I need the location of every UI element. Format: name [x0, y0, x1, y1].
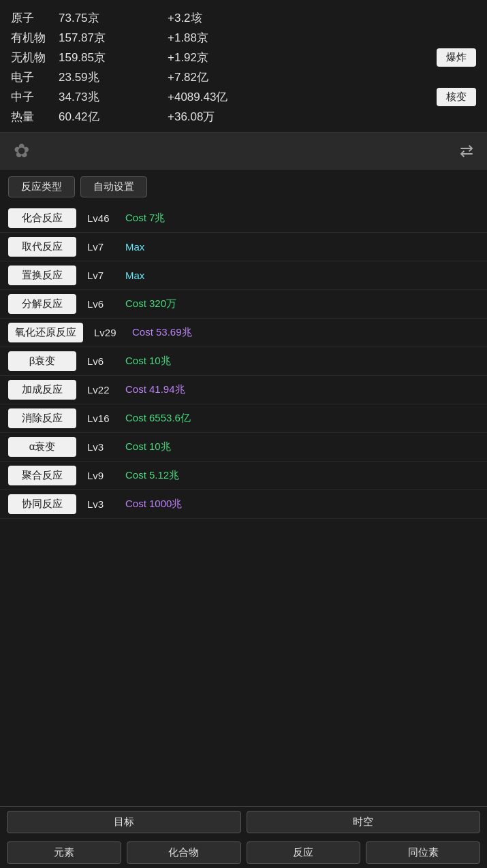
- bottom-row-1: 目标时空: [0, 807, 487, 837]
- reaction-row-8: α衰变Lv3Cost 10兆: [0, 433, 487, 462]
- reaction-level-5: Lv6: [87, 355, 114, 367]
- stats-value-1: 157.87京: [59, 30, 168, 46]
- reaction-cost-4: Cost 53.69兆: [132, 326, 192, 339]
- reaction-name-btn-8[interactable]: α衰变: [8, 437, 76, 457]
- reaction-row-6: 加成反应Lv22Cost 41.94兆: [0, 376, 487, 404]
- reaction-name-btn-3[interactable]: 分解反应: [8, 294, 76, 314]
- reaction-level-3: Lv6: [87, 298, 114, 310]
- bottom-nav: 目标时空 元素化合物反应同位素: [0, 806, 487, 868]
- icon-bar: ✿ ⇄: [0, 132, 487, 170]
- stats-row-3: 电子23.59兆+7.82亿: [11, 67, 476, 87]
- stats-delta-5: +36.08万: [168, 109, 277, 125]
- reaction-name-btn-7[interactable]: 消除反应: [8, 408, 76, 428]
- reaction-cost-9: Cost 5.12兆: [125, 469, 179, 482]
- stats-row-5: 热量60.42亿+36.08万: [11, 107, 476, 127]
- stats-value-4: 34.73兆: [59, 89, 168, 105]
- reaction-level-10: Lv3: [87, 498, 114, 510]
- reaction-cost-8: Cost 10兆: [125, 440, 171, 453]
- stats-delta-0: +3.2垓: [168, 10, 277, 26]
- reaction-cost-0: Cost 7兆: [125, 212, 165, 225]
- reaction-row-2: 置换反应Lv7Max: [0, 261, 487, 290]
- stats-value-5: 60.42亿: [59, 109, 168, 125]
- reaction-level-7: Lv16: [87, 413, 114, 424]
- reaction-cost-3: Cost 320万: [125, 298, 176, 310]
- reaction-list: 化合反应Lv46Cost 7兆取代反应Lv7Max置换反应Lv7Max分解反应L…: [0, 202, 487, 521]
- reaction-name-btn-9[interactable]: 聚合反应: [8, 466, 76, 485]
- bottom-btn-row2-3[interactable]: 同位素: [366, 841, 480, 864]
- stats-delta-2: +1.92京: [168, 50, 277, 65]
- reaction-name-btn-0[interactable]: 化合反应: [8, 208, 76, 228]
- reaction-cost-5: Cost 10兆: [125, 355, 171, 368]
- reaction-row-3: 分解反应Lv6Cost 320万: [0, 290, 487, 319]
- stats-row-1: 有机物157.87京+1.88京: [11, 28, 476, 48]
- tab-bar: 反应类型自动设置: [0, 170, 487, 202]
- reaction-name-btn-5[interactable]: β衰变: [8, 351, 76, 371]
- stats-value-3: 23.59兆: [59, 69, 168, 85]
- reaction-row-7: 消除反应Lv16Cost 6553.6亿: [0, 404, 487, 433]
- tab-btn-0[interactable]: 反应类型: [8, 176, 75, 197]
- action-btn-爆炸[interactable]: 爆炸: [437, 48, 476, 67]
- reaction-row-10: 协同反应Lv3Cost 1000兆: [0, 490, 487, 519]
- reaction-level-4: Lv29: [94, 327, 121, 338]
- stats-label-2: 无机物: [11, 50, 59, 65]
- reaction-level-6: Lv22: [87, 384, 114, 396]
- stats-label-0: 原子: [11, 10, 59, 26]
- action-btn-核变[interactable]: 核变: [437, 88, 476, 106]
- reaction-row-5: β衰变Lv6Cost 10兆: [0, 347, 487, 376]
- stats-panel: 原子73.75京+3.2垓有机物157.87京+1.88京无机物159.85京+…: [0, 0, 487, 132]
- flower-icon: ✿: [14, 140, 29, 162]
- bottom-btn-row1-1[interactable]: 时空: [247, 811, 481, 833]
- bottom-btn-row1-0[interactable]: 目标: [7, 811, 241, 833]
- reaction-row-1: 取代反应Lv7Max: [0, 233, 487, 261]
- reaction-cost-10: Cost 1000兆: [125, 498, 182, 511]
- stats-value-2: 159.85京: [59, 50, 168, 65]
- reaction-cost-2: Max: [125, 270, 144, 281]
- bottom-btn-row2-1[interactable]: 化合物: [127, 841, 241, 864]
- reaction-name-btn-10[interactable]: 协同反应: [8, 494, 76, 514]
- tab-btn-1[interactable]: 自动设置: [80, 176, 147, 197]
- reaction-cost-6: Cost 41.94兆: [125, 383, 185, 396]
- reaction-name-btn-1[interactable]: 取代反应: [8, 237, 76, 257]
- reaction-level-1: Lv7: [87, 241, 114, 253]
- reaction-name-btn-2[interactable]: 置换反应: [8, 266, 76, 285]
- reaction-name-btn-4[interactable]: 氧化还原反应: [8, 323, 83, 342]
- reaction-level-9: Lv9: [87, 470, 114, 481]
- reaction-level-8: Lv3: [87, 441, 114, 453]
- stats-row-2: 无机物159.85京+1.92京爆炸: [11, 48, 476, 67]
- stats-value-0: 73.75京: [59, 10, 168, 26]
- reaction-cost-1: Max: [125, 241, 144, 253]
- reaction-name-btn-6[interactable]: 加成反应: [8, 380, 76, 400]
- stats-delta-1: +1.88京: [168, 30, 277, 46]
- reaction-level-0: Lv46: [87, 212, 114, 224]
- stats-delta-3: +7.82亿: [168, 69, 277, 85]
- bottom-row-2: 元素化合物反应同位素: [0, 837, 487, 868]
- reaction-cost-7: Cost 6553.6亿: [125, 412, 191, 425]
- reaction-row-9: 聚合反应Lv9Cost 5.12兆: [0, 462, 487, 490]
- bottom-btn-row2-2[interactable]: 反应: [247, 841, 361, 864]
- stats-label-1: 有机物: [11, 30, 59, 46]
- shuffle-icon: ⇄: [460, 142, 473, 161]
- stats-delta-4: +4089.43亿: [168, 89, 277, 105]
- reaction-row-4: 氧化还原反应Lv29Cost 53.69兆: [0, 319, 487, 347]
- stats-label-3: 电子: [11, 69, 59, 85]
- bottom-btn-row2-0[interactable]: 元素: [7, 841, 121, 864]
- stats-row-4: 中子34.73兆+4089.43亿核变: [11, 87, 476, 107]
- reaction-row-0: 化合反应Lv46Cost 7兆: [0, 204, 487, 233]
- stats-label-5: 热量: [11, 109, 59, 125]
- reaction-level-2: Lv7: [87, 270, 114, 281]
- stats-row-0: 原子73.75京+3.2垓: [11, 8, 476, 28]
- stats-label-4: 中子: [11, 89, 59, 105]
